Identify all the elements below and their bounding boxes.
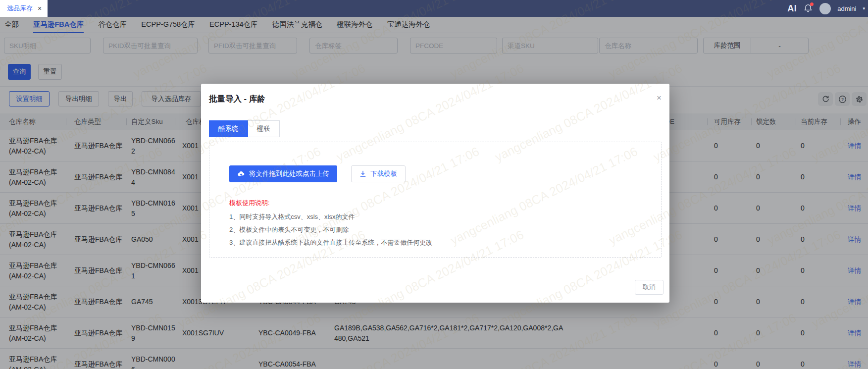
template-instructions-list: 1、同时支持导入格式csv、xsls、xlsx的文件 2、模板文件中的表头不可变… — [229, 211, 432, 249]
upload-file-button[interactable]: 将文件拖到此处或点击上传 — [229, 165, 337, 182]
tab-cool-system[interactable]: 酷系统 — [209, 120, 248, 137]
tab-chengliang[interactable]: 橙联 — [248, 120, 280, 137]
download-template-button[interactable]: 下载模板 — [351, 165, 406, 182]
document-tab[interactable]: 选品库存 × — [0, 0, 48, 17]
ai-assistant-button[interactable]: AI — [787, 3, 797, 14]
instruction-item: 3、建议直接把从酷系统下载的文件直接上传至系统，不需要做任何更改 — [229, 236, 432, 249]
modal-source-tabs: 酷系统 橙联 — [209, 120, 280, 137]
upload-file-label: 将文件拖到此处或点击上传 — [249, 169, 329, 178]
download-template-label: 下载模板 — [370, 169, 397, 178]
modal-title: 批量导入 - 库龄 — [209, 94, 265, 105]
cancel-button[interactable]: 取消 — [635, 280, 664, 295]
instruction-item: 1、同时支持导入格式csv、xsls、xlsx的文件 — [229, 211, 432, 223]
avatar[interactable] — [819, 3, 831, 14]
close-tab-icon[interactable]: × — [38, 4, 42, 12]
app-window: 选品库存 × AI admini ▾ 全部亚马逊FBA仓库谷仓仓库ECPP-G7… — [0, 0, 868, 369]
notification-bell-icon[interactable] — [803, 3, 813, 13]
download-icon — [359, 170, 366, 177]
upload-dropzone[interactable]: 将文件拖到此处或点击上传 下载模板 模板使用说明: 1、同时支持导入格式csv、… — [209, 142, 662, 258]
chevron-down-icon[interactable]: ▾ — [863, 6, 865, 11]
topbar-right: AI admini ▾ — [787, 0, 865, 17]
modal-close-icon[interactable]: × — [657, 94, 662, 102]
top-bar: 选品库存 × AI admini ▾ — [0, 0, 868, 17]
template-instructions-title: 模板使用说明: — [229, 199, 270, 208]
instruction-item: 2、模板文件中的表头不可变更，不可删除 — [229, 223, 432, 236]
username-label[interactable]: admini — [837, 5, 856, 12]
batch-import-modal: 批量导入 - 库龄 × 酷系统 橙联 将文件拖到此处或点击上传 下载模板 模板 — [201, 84, 669, 303]
cloud-upload-icon — [237, 170, 245, 178]
document-tab-label: 选品库存 — [7, 4, 33, 13]
